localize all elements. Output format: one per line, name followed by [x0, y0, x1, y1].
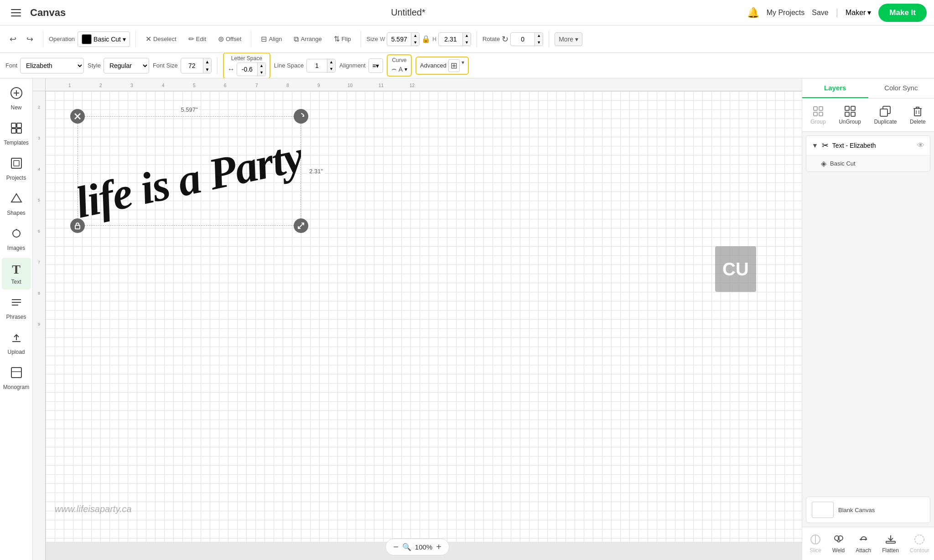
group-button[interactable]: Group	[805, 102, 831, 128]
color-swatch[interactable]	[82, 34, 92, 44]
svg-rect-27	[819, 112, 823, 116]
letter-space-up[interactable]: ▲	[257, 62, 265, 69]
sidebar-item-templates[interactable]: Templates	[2, 117, 31, 150]
style-select[interactable]: Regular	[104, 58, 149, 73]
toolbar-row1: ↩ ↪ Operation Basic Cut ▾ ✕ Deselect ✏ E…	[0, 26, 934, 53]
svg-rect-24	[814, 107, 817, 110]
tab-layers[interactable]: Layers	[802, 78, 868, 98]
rotate-up[interactable]: ▲	[534, 32, 543, 39]
svg-marker-9	[11, 194, 21, 202]
operation-group: Operation Basic Cut ▾	[49, 31, 130, 47]
weld-button[interactable]: Weld	[827, 531, 850, 556]
slice-icon	[809, 534, 821, 545]
zoom-out-button[interactable]: −	[393, 542, 399, 552]
zoom-in-button[interactable]: +	[436, 542, 441, 552]
lock-ratio-icon[interactable]: 🔒	[421, 35, 431, 43]
tab-color-sync[interactable]: Color Sync	[868, 78, 934, 98]
redo-button[interactable]: ↪	[22, 31, 37, 47]
arrange-button[interactable]: ⧉ Arrange	[290, 32, 326, 47]
font-size-input-group[interactable]: ▲ ▼	[181, 58, 212, 73]
height-input[interactable]	[439, 36, 462, 43]
bell-icon[interactable]: 🔔	[747, 7, 759, 19]
rotate-input-group[interactable]: ▲ ▼	[510, 32, 543, 46]
blank-canvas-thumbnail	[812, 502, 834, 518]
letter-space-group: Letter Space ↔ ▲ ▼	[223, 53, 270, 78]
sidebar-item-shapes[interactable]: Shapes	[2, 187, 31, 221]
rotate-handle[interactable]	[294, 109, 308, 124]
group-icon	[812, 105, 825, 118]
font-size-up[interactable]: ▲	[203, 58, 211, 66]
sidebar-item-phrases[interactable]: Phrases	[2, 291, 31, 325]
width-down[interactable]: ▼	[411, 39, 419, 46]
width-input-group[interactable]: ▲ ▼	[387, 32, 420, 46]
edit-button[interactable]: ✏ Edit	[184, 31, 210, 47]
sidebar-item-monogram[interactable]: Monogram	[2, 362, 31, 395]
canvas-area[interactable]: 1 2 3 4 5 6 7 8 9 10 11 12 2 3	[33, 78, 802, 560]
maker-dropdown[interactable]: Maker ▾	[846, 8, 871, 17]
line-space-up[interactable]: ▲	[327, 59, 335, 66]
letter-space-input-group[interactable]: ▲ ▼	[237, 62, 266, 76]
line-space-input-group[interactable]: ▲ ▼	[306, 59, 336, 73]
scale-handle[interactable]	[294, 218, 308, 233]
projects-label: Projects	[6, 175, 26, 181]
sidebar-item-images[interactable]: Images	[2, 223, 31, 256]
font-size-down[interactable]: ▼	[203, 66, 211, 73]
document-title[interactable]: Untitled*	[75, 7, 741, 18]
delete-button[interactable]: Delete	[904, 102, 931, 128]
layer-group-header[interactable]: ▼ ✂ Text - Elizabeth 👁	[806, 136, 930, 155]
hamburger-menu[interactable]	[7, 5, 25, 20]
ungroup-button[interactable]: UnGroup	[833, 102, 867, 128]
advanced-label: Advanced	[420, 62, 446, 69]
sidebar-item-new[interactable]: New	[2, 82, 31, 115]
font-size-input[interactable]	[181, 62, 203, 69]
width-input[interactable]	[387, 36, 411, 43]
close-handle[interactable]	[70, 109, 85, 124]
attach-label: Attach	[856, 547, 871, 554]
letter-space-input[interactable]	[237, 66, 257, 73]
operation-select[interactable]: Basic Cut ▾	[78, 31, 130, 47]
font-select[interactable]: Elizabeth	[20, 58, 84, 73]
rotate-input[interactable]	[511, 36, 534, 43]
layer-visibility-icon[interactable]: 👁	[917, 141, 924, 150]
line-space-down[interactable]: ▼	[327, 66, 335, 73]
my-projects-link[interactable]: My Projects	[767, 9, 805, 17]
align-button[interactable]: ⊟ Align	[257, 31, 286, 47]
sidebar-item-upload[interactable]: Upload	[2, 327, 31, 360]
blank-canvas-item[interactable]: Blank Canvas	[806, 497, 930, 523]
right-panel-tabs: Layers Color Sync	[802, 78, 934, 99]
height-down[interactable]: ▼	[462, 39, 471, 46]
alignment-button[interactable]: ≡ ▾	[368, 58, 383, 73]
attach-button[interactable]: Attach	[850, 531, 877, 556]
advanced-chevron[interactable]: ▾	[462, 59, 464, 72]
layer-item-basiccut[interactable]: ◈ Basic Cut	[806, 155, 930, 171]
height-input-group[interactable]: ▲ ▼	[438, 32, 471, 46]
canvas-text-object[interactable]: 5.597" 2.31" life is a Party	[78, 116, 301, 226]
advanced-layout-icon[interactable]: ⊞	[448, 59, 460, 72]
width-up[interactable]: ▲	[411, 32, 419, 39]
lock-handle[interactable]	[70, 218, 85, 233]
offset-button[interactable]: ⊚ Offset	[214, 31, 245, 47]
toolbar-divider-2	[135, 31, 136, 47]
sidebar-item-projects[interactable]: Projects	[2, 152, 31, 186]
right-panel: Layers Color Sync Group UnGroup Duplicat…	[802, 78, 934, 560]
toolbar-divider-3	[251, 31, 251, 47]
rotate-down[interactable]: ▼	[534, 39, 543, 46]
contour-button[interactable]: Contour	[904, 531, 934, 556]
slice-button[interactable]: Slice	[804, 531, 827, 556]
line-space-input[interactable]	[307, 62, 327, 69]
flatten-button[interactable]: Flatten	[877, 531, 904, 556]
duplicate-button[interactable]: Duplicate	[868, 102, 902, 128]
zoom-value: 100%	[415, 543, 432, 551]
height-up[interactable]: ▲	[462, 32, 471, 39]
make-it-button[interactable]: Make It	[878, 4, 927, 22]
undo-button[interactable]: ↩	[5, 31, 21, 47]
blank-canvas-label: Blank Canvas	[838, 507, 875, 513]
deselect-button[interactable]: ✕ Deselect	[141, 31, 181, 47]
flip-button[interactable]: ⇅ Flip	[330, 31, 355, 47]
sidebar-item-text[interactable]: T Text	[2, 258, 31, 290]
save-link[interactable]: Save	[812, 9, 828, 17]
alignment-group: Alignment ≡ ▾	[339, 58, 383, 73]
letter-space-down[interactable]: ▼	[257, 69, 265, 76]
zoom-icon: 🔍	[402, 543, 411, 551]
more-button[interactable]: More ▾	[555, 32, 582, 46]
